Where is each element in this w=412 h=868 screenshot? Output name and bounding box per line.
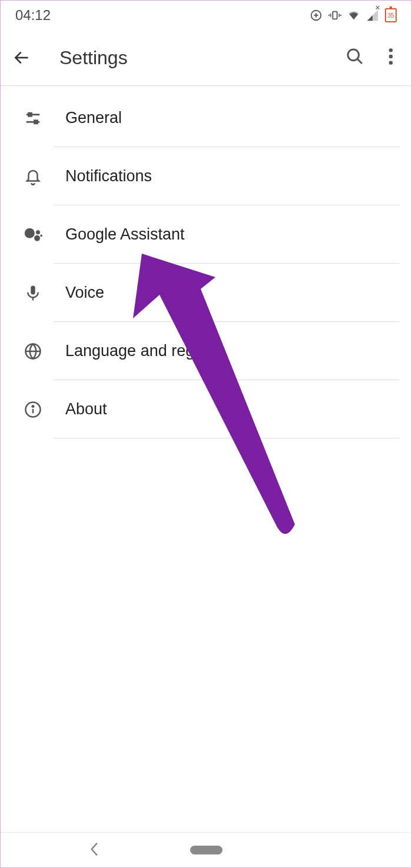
vibrate-icon (328, 9, 341, 22)
status-icons: ✕ 35 (310, 8, 397, 22)
list-item-notifications[interactable]: Notifications (1, 147, 411, 205)
status-bar: 04:12 ✕ 35 (1, 1, 411, 30)
arrow-left-icon (12, 48, 31, 67)
plus-circle-icon (310, 9, 323, 22)
search-icon (345, 47, 364, 66)
list-item-label: General (54, 89, 400, 147)
signal-icon: ✕ (366, 9, 379, 22)
svg-point-19 (36, 230, 40, 234)
mic-icon (12, 284, 54, 302)
svg-point-20 (34, 235, 40, 241)
list-item-label: Google Assistant (54, 205, 400, 264)
bell-icon (12, 168, 54, 185)
sliders-icon (12, 109, 54, 127)
status-time: 04:12 (15, 7, 51, 24)
nav-home-button[interactable] (190, 846, 222, 854)
svg-line-10 (357, 59, 362, 64)
list-item-general[interactable]: General (1, 89, 411, 147)
list-item-language[interactable]: Language and region (1, 322, 411, 380)
list-item-google-assistant[interactable]: Google Assistant (1, 205, 411, 264)
list-item-label: Notifications (54, 147, 400, 205)
settings-list: General Notifications Google Assistant V… (1, 86, 411, 438)
list-item-label: About (54, 380, 400, 438)
svg-rect-3 (333, 12, 337, 19)
svg-rect-16 (29, 113, 32, 116)
svg-point-28 (32, 405, 34, 407)
page-title: Settings (59, 47, 345, 69)
search-button[interactable] (345, 47, 364, 68)
app-bar: Settings (1, 30, 411, 86)
assistant-icon (12, 225, 54, 245)
signal-x-icon: ✕ (375, 4, 380, 12)
list-item-label: Language and region (54, 322, 400, 380)
svg-point-9 (348, 49, 359, 61)
svg-point-12 (389, 55, 393, 58)
svg-point-13 (389, 61, 393, 64)
more-button[interactable] (388, 47, 394, 68)
nav-back-button[interactable] (89, 842, 101, 859)
svg-rect-22 (31, 285, 35, 294)
back-button[interactable] (12, 48, 36, 67)
navigation-bar (1, 832, 411, 867)
svg-point-11 (389, 48, 393, 52)
svg-rect-17 (35, 120, 38, 123)
battery-icon: 35 (385, 8, 397, 22)
chevron-left-icon (89, 842, 101, 857)
globe-icon (12, 342, 54, 360)
list-item-voice[interactable]: Voice (1, 264, 411, 322)
more-vert-icon (388, 47, 394, 66)
list-item-label: Voice (54, 264, 400, 322)
svg-point-18 (25, 228, 35, 238)
info-icon (12, 401, 54, 418)
wifi-icon (347, 9, 360, 22)
list-item-about[interactable]: About (1, 380, 411, 438)
svg-point-21 (40, 234, 42, 237)
